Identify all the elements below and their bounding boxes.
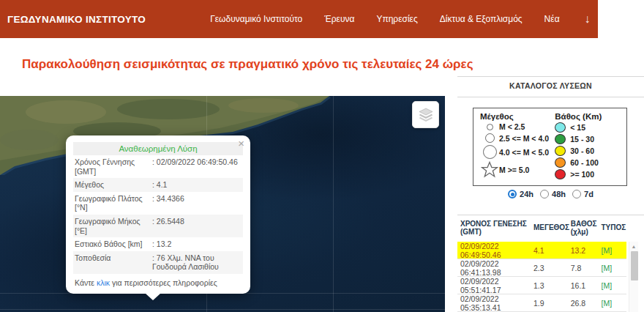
star-icon xyxy=(481,161,498,178)
type-link[interactable]: [M] xyxy=(601,246,626,255)
layers-control-button[interactable] xyxy=(412,101,439,128)
graticule-line xyxy=(333,96,334,312)
col-header-type: ΤΥΠΟΣ xyxy=(601,223,626,232)
popup-label: Χρόνος Γέννησης [GMT] xyxy=(73,155,151,178)
table-scrollbar[interactable]: ▲ xyxy=(629,242,638,312)
magnitude-circle-large-icon xyxy=(483,145,497,159)
main-nav: Γεωδυναμικό Ινστιτούτο Έρευνα Υπηρεσίες … xyxy=(210,12,590,26)
divider xyxy=(457,76,644,77)
scroll-up-icon[interactable]: ▲ xyxy=(629,242,638,250)
popup-row: Εστιακό Βάθος [km] : 13.2 xyxy=(73,237,243,251)
popup-row: Γεωγραφικό Μήκος [°E] : 26.5448 xyxy=(73,215,243,237)
time-filter-group: 24h 48h 7d xyxy=(457,190,644,198)
radio-label: 7d xyxy=(584,190,594,198)
popup-label: Εστιακό Βάθος [km] xyxy=(73,237,151,251)
popup-value: : 76 Χλμ. ΝΝΑ του Γουδουρά Λασιθίου xyxy=(151,251,243,274)
cell-depth: 26.8 xyxy=(571,299,602,308)
popup-row: Γεωγραφικό Πλάτος [°N] : 34.4366 xyxy=(73,192,243,215)
table-header: ΧΡΟΝΟΣ ΓΕΝΕΣΗΣ (GMT) ΜΕΓΕΘΟΣ ΒΑΘΟΣ (χλμ)… xyxy=(460,218,626,238)
popup-row: Μέγεθος : 4.1 xyxy=(73,178,243,192)
divider xyxy=(457,215,644,215)
popup-label: Γεωγραφικό Μήκος [°E] xyxy=(73,215,151,237)
legend-item: >= 100 xyxy=(555,169,621,179)
radio-icon xyxy=(572,190,581,198)
col-header-depth: ΒΑΘΟΣ (χλμ) xyxy=(571,220,602,237)
legend-label: 2.5 <= M < 4.0 xyxy=(499,134,549,143)
close-icon[interactable]: × xyxy=(238,138,244,149)
legend-item: 2.5 <= M < 4.0 xyxy=(480,133,555,143)
depth-dot-icon xyxy=(555,169,566,179)
legend-label: M >= 5.0 xyxy=(499,166,529,174)
legend-label: 30 - 60 xyxy=(570,146,594,155)
table-row[interactable]: 02/09/2022 06:49:50.46 4.1 13.2 [M] xyxy=(457,242,626,259)
popup-value: : 13.2 xyxy=(151,237,243,251)
nav-item-institute[interactable]: Γεωδυναμικό Ινστιτούτο xyxy=(210,14,302,24)
page: ΓΕΩΔΥΝΑΜΙΚΟ ΙΝΣΤΙΤΟΥΤΟ Γεωδυναμικό Ινστι… xyxy=(0,0,644,312)
radio-icon xyxy=(540,190,549,198)
legend-label: 60 - 100 xyxy=(570,158,599,167)
legend: Μέγεθος M < 2.5 2.5 <= M < 4.0 4.0 <= M … xyxy=(473,108,627,186)
popup-pointer xyxy=(145,293,161,300)
scrollbar-thumb[interactable] xyxy=(631,251,638,281)
nav-item-news[interactable]: Νέα xyxy=(544,14,560,24)
cell-time: 02/09/2022 05:35:13.41 xyxy=(460,294,533,312)
depth-dot-icon xyxy=(555,122,566,133)
legend-magnitude-title: Μέγεθος xyxy=(480,112,555,121)
more-info-link[interactable]: κλικ xyxy=(97,278,110,287)
col-header-magnitude: ΜΕΓΕΘΟΣ xyxy=(533,223,571,232)
popup-row: Τοποθεσία : 76 Χλμ. ΝΝΑ του Γουδουρά Λασ… xyxy=(73,251,243,274)
popup-footer-text: για περισσότερες πληροφορίες xyxy=(110,278,217,287)
magnitude-circle-medium-icon xyxy=(485,133,495,143)
cell-time: 02/09/2022 05:51:41.17 xyxy=(460,277,533,294)
radio-48h[interactable]: 48h xyxy=(540,190,566,198)
nav-item-services[interactable]: Υπηρεσίες xyxy=(376,14,417,24)
legend-label: < 15 xyxy=(570,123,585,132)
table-row[interactable]: 02/09/2022 05:51:41.17 1.3 16.1 [M] xyxy=(457,277,626,294)
earthquake-table: 02/09/2022 06:49:50.46 4.1 13.2 [M] 02/0… xyxy=(457,242,626,312)
popup-value: : 26.5448 xyxy=(151,215,243,237)
popup-footer-text: Κάντε xyxy=(75,278,97,287)
popup-footer: Κάντε κλικ για περισσότερες πληροφορίες xyxy=(73,274,243,289)
cell-magnitude: 1.9 xyxy=(533,299,571,308)
type-link[interactable]: [M] xyxy=(601,299,626,308)
legend-depth-column: Βάθος (Km) < 15 15 - 30 30 - 60 60 - 100 xyxy=(555,112,621,181)
popup-value: : 02/09/2022 06:49:50.46 xyxy=(151,155,243,178)
popup-label: Γεωγραφικό Πλάτος [°N] xyxy=(73,192,151,215)
legend-item: 30 - 60 xyxy=(555,146,621,156)
seismicity-map[interactable]: × Αναθεωρημένη Λύση Χρόνος Γέννησης [GMT… xyxy=(0,96,445,312)
legend-item: M >= 5.0 xyxy=(480,161,555,178)
legend-item: M < 2.5 xyxy=(480,122,555,131)
legend-label: M < 2.5 xyxy=(499,122,525,131)
cell-time: 02/09/2022 06:49:50.46 xyxy=(460,242,533,259)
type-link[interactable]: [M] xyxy=(601,264,626,272)
down-arrow-icon[interactable]: ↓ xyxy=(585,12,591,26)
graticule-line xyxy=(0,309,445,310)
legend-item: < 15 xyxy=(555,122,621,133)
table-row[interactable]: 02/09/2022 06:41:13.98 2.3 7.8 [M] xyxy=(457,259,626,277)
popup-row: Χρόνος Γέννησης [GMT] : 02/09/2022 06:49… xyxy=(73,155,243,178)
nav-item-research[interactable]: Έρευνα xyxy=(324,14,354,24)
popup-label: Τοποθεσία xyxy=(73,251,151,274)
legend-label: 15 - 30 xyxy=(570,135,594,144)
radio-label: 24h xyxy=(520,190,533,198)
popup-title: Αναθεωρημένη Λύση xyxy=(73,142,243,155)
depth-dot-icon xyxy=(555,157,566,168)
cell-magnitude: 1.3 xyxy=(533,281,571,290)
logo[interactable]: ΓΕΩΔΥΝΑΜΙΚΟ ΙΝΣΤΙΤΟΥΤΟ xyxy=(7,14,146,25)
depth-dot-icon xyxy=(555,134,566,144)
radio-icon xyxy=(508,190,517,198)
nav-item-networks[interactable]: Δίκτυα & Εξοπλισμός xyxy=(440,14,523,24)
radio-24h[interactable]: 24h xyxy=(508,190,533,198)
cell-depth: 13.2 xyxy=(571,246,602,255)
sidebar: ΚΑΤΑΛΟΓΟΣ ΛΥΣΕΩΝ Μέγεθος M < 2.5 2.5 <= … xyxy=(457,70,644,312)
page-title: Παρακολούθηση σεισμικότητας σε πραγματικ… xyxy=(22,57,473,72)
table-row[interactable]: 02/09/2022 05:35:13.41 1.9 26.8 [M] xyxy=(457,294,626,312)
divider xyxy=(457,97,644,97)
popup-rows: Χρόνος Γέννησης [GMT] : 02/09/2022 06:49… xyxy=(73,155,243,274)
legend-label: >= 100 xyxy=(570,170,594,179)
legend-item: 60 - 100 xyxy=(555,157,621,168)
popup-value: : 34.4366 xyxy=(151,192,243,215)
radio-label: 48h xyxy=(552,190,566,198)
radio-7d[interactable]: 7d xyxy=(572,190,594,198)
type-link[interactable]: [M] xyxy=(601,281,626,290)
